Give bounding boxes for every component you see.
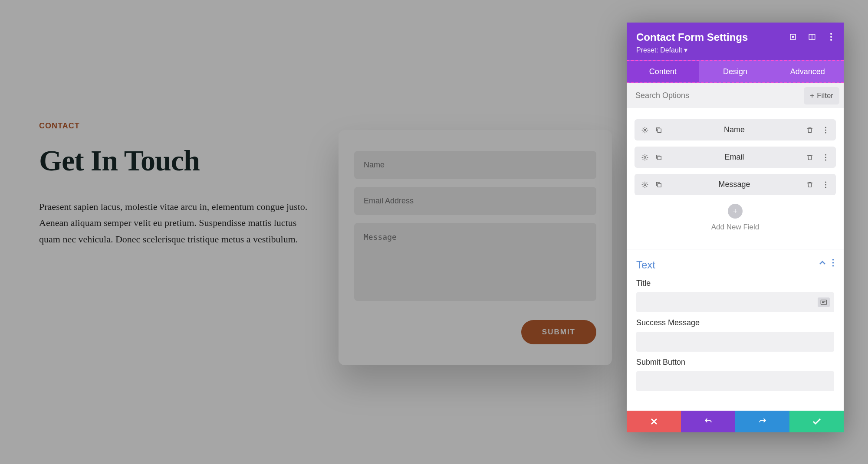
svg-point-16 xyxy=(825,159,826,160)
svg-rect-18 xyxy=(658,183,661,187)
name-input[interactable] xyxy=(354,151,596,179)
duplicate-icon[interactable] xyxy=(654,153,663,162)
expand-icon[interactable] xyxy=(788,32,798,42)
duplicate-icon[interactable] xyxy=(654,126,663,134)
check-icon xyxy=(812,418,821,425)
email-input[interactable] xyxy=(354,187,596,215)
more-icon[interactable] xyxy=(821,180,830,189)
text-section: Text Title Success Message Submit Button xyxy=(627,249,844,394)
message-textarea[interactable] xyxy=(354,223,596,301)
svg-point-24 xyxy=(832,265,834,267)
field-label: Name xyxy=(663,125,806,134)
trash-icon[interactable] xyxy=(806,126,814,134)
trash-icon[interactable] xyxy=(806,180,814,189)
contact-eyebrow: CONTACT xyxy=(39,121,308,131)
more-icon[interactable] xyxy=(821,153,830,162)
chevron-up-icon[interactable] xyxy=(819,261,826,265)
submit-button[interactable]: SUBMIT xyxy=(521,320,596,344)
svg-point-23 xyxy=(832,262,834,264)
svg-point-7 xyxy=(644,129,646,131)
duplicate-icon[interactable] xyxy=(654,180,663,189)
plus-icon: + xyxy=(810,91,814,100)
svg-point-5 xyxy=(830,36,832,38)
more-icon[interactable] xyxy=(832,259,834,267)
redo-icon xyxy=(758,417,767,426)
preset-dropdown[interactable]: Preset: Default ▾ xyxy=(636,46,687,54)
panel-footer xyxy=(627,411,844,432)
success-message-input[interactable] xyxy=(636,332,834,352)
redo-button[interactable] xyxy=(735,411,789,432)
panel-header: Contact Form Settings Preset: Default ▾ xyxy=(627,23,844,60)
svg-point-1 xyxy=(792,36,794,38)
page-title: Get In Touch xyxy=(39,144,308,178)
svg-point-20 xyxy=(825,184,826,185)
columns-icon[interactable] xyxy=(807,32,817,42)
svg-point-6 xyxy=(830,39,832,41)
tab-content[interactable]: Content xyxy=(627,61,699,82)
caret-down-icon: ▾ xyxy=(684,46,687,54)
add-field-area: + Add New Field xyxy=(635,201,836,244)
dynamic-content-icon[interactable] xyxy=(818,297,830,307)
svg-rect-13 xyxy=(658,156,661,160)
svg-point-22 xyxy=(832,259,834,261)
filter-button[interactable]: + Filter xyxy=(804,87,839,105)
svg-point-11 xyxy=(825,132,826,133)
cancel-button[interactable] xyxy=(627,411,681,432)
field-item[interactable]: Email xyxy=(635,147,836,168)
confirm-button[interactable] xyxy=(789,411,844,432)
submit-button-input[interactable] xyxy=(636,371,834,391)
trash-icon[interactable] xyxy=(806,153,814,162)
contact-form-card: SUBMIT xyxy=(339,130,612,365)
svg-rect-8 xyxy=(658,129,661,132)
close-icon xyxy=(651,418,658,425)
submit-option-label: Submit Button xyxy=(636,358,834,367)
undo-button[interactable] xyxy=(681,411,735,432)
title-option-label: Title xyxy=(636,279,834,288)
svg-point-4 xyxy=(830,33,832,35)
search-row: + Filter xyxy=(627,83,844,108)
svg-point-15 xyxy=(825,157,826,158)
add-field-button[interactable]: + xyxy=(728,204,743,219)
gear-icon[interactable] xyxy=(641,153,649,162)
svg-point-21 xyxy=(825,186,826,188)
field-label: Message xyxy=(663,180,806,189)
more-icon[interactable] xyxy=(821,126,830,134)
tab-design[interactable]: Design xyxy=(699,61,772,82)
svg-point-10 xyxy=(825,129,826,131)
svg-point-12 xyxy=(644,157,646,158)
panel-body: + Filter Name Em xyxy=(627,83,844,411)
gear-icon[interactable] xyxy=(641,126,649,134)
add-field-label: Add New Field xyxy=(635,223,836,232)
undo-icon xyxy=(704,417,713,426)
settings-panel: Contact Form Settings Preset: Default ▾ … xyxy=(627,23,844,432)
field-label: Email xyxy=(663,153,806,162)
tab-advanced[interactable]: Advanced xyxy=(771,61,844,82)
svg-point-9 xyxy=(825,127,826,128)
field-item[interactable]: Name xyxy=(635,119,836,141)
search-input[interactable] xyxy=(627,83,804,108)
fields-list: Name Email xyxy=(627,108,844,249)
svg-point-17 xyxy=(644,184,646,186)
gear-icon[interactable] xyxy=(641,180,649,189)
page-description: Praesent sapien lacus, molestie vitae ar… xyxy=(39,199,308,247)
field-item[interactable]: Message xyxy=(635,174,836,195)
section-heading[interactable]: Text xyxy=(636,259,834,271)
title-input[interactable] xyxy=(636,292,834,312)
svg-point-14 xyxy=(825,154,826,155)
more-icon[interactable] xyxy=(826,32,836,42)
panel-tabs: Content Design Advanced xyxy=(627,60,844,83)
success-option-label: Success Message xyxy=(636,318,834,327)
svg-point-19 xyxy=(825,181,826,183)
